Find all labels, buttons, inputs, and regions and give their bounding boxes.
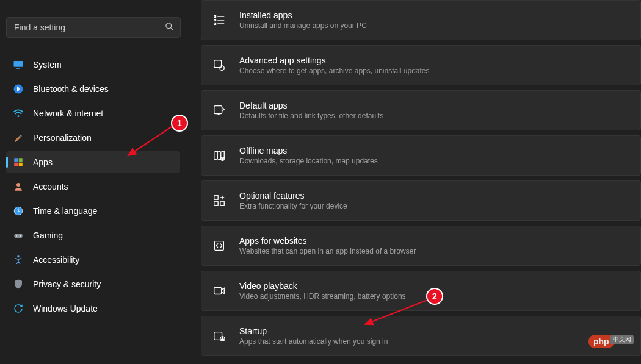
- annotation-badge-2: 2: [426, 288, 443, 305]
- gamepad-icon: [12, 229, 24, 241]
- card-title: Offline maps: [239, 146, 378, 155]
- card-subtitle: Downloads, storage location, map updates: [239, 157, 378, 165]
- svg-rect-19: [214, 20, 216, 21]
- sidebar-item-label: Time & language: [33, 206, 97, 216]
- sidebar-item-accounts[interactable]: Accounts: [6, 176, 180, 198]
- sidebar-item-label: Bluetooth & devices: [33, 84, 109, 94]
- svg-point-24: [220, 66, 224, 70]
- sidebar-item-bluetooth[interactable]: Bluetooth & devices: [6, 78, 180, 100]
- card-apps-for-websites[interactable]: Apps for websites Websites that can open…: [201, 226, 641, 266]
- svg-rect-13: [14, 234, 23, 238]
- sidebar-item-time[interactable]: Time & language: [6, 200, 180, 222]
- svg-point-5: [18, 115, 20, 117]
- svg-rect-21: [214, 23, 216, 25]
- search-input[interactable]: [14, 23, 165, 32]
- card-offline-maps[interactable]: Offline maps Downloads, storage location…: [201, 135, 641, 176]
- svg-point-4: [14, 85, 23, 94]
- sidebar: System Bluetooth & devices Network & int…: [0, 0, 186, 364]
- search-container: [6, 0, 180, 49]
- svg-rect-9: [19, 163, 23, 166]
- card-startup[interactable]: Startup Apps that start automatically wh…: [201, 316, 641, 356]
- map-icon: [211, 148, 227, 163]
- wifi-icon: [12, 107, 24, 120]
- sidebar-item-update[interactable]: Windows Update: [6, 298, 180, 319]
- search-input-wrap[interactable]: [6, 17, 181, 38]
- sidebar-item-apps[interactable]: Apps: [6, 151, 180, 173]
- sidebar-item-label: Personalization: [33, 133, 92, 143]
- sidebar-item-personalization[interactable]: Personalization: [6, 127, 180, 149]
- app-link-icon: [211, 238, 227, 254]
- watermark-suffix: 中文网: [610, 335, 634, 344]
- shield-icon: [12, 278, 24, 290]
- card-optional-features[interactable]: Optional features Extra functionality fo…: [201, 180, 641, 221]
- svg-rect-29: [214, 202, 218, 205]
- card-subtitle: Extra functionality for your device: [239, 202, 347, 210]
- startup-icon: [211, 328, 227, 344]
- svg-line-1: [170, 27, 173, 30]
- sidebar-item-label: Gaming: [33, 230, 63, 240]
- brush-icon: [12, 132, 24, 144]
- card-subtitle: Websites that can open in an app instead…: [239, 247, 416, 255]
- sidebar-item-label: Accessibility: [33, 255, 79, 265]
- svg-rect-27: [214, 196, 218, 199]
- video-icon: [211, 283, 227, 299]
- clock-globe-icon: [12, 205, 24, 217]
- nav-list: System Bluetooth & devices Network & int…: [6, 49, 180, 319]
- sidebar-item-gaming[interactable]: Gaming: [6, 224, 180, 246]
- update-icon: [12, 302, 24, 315]
- apps-icon: [12, 156, 24, 168]
- card-title: Startup: [239, 326, 388, 336]
- grid-plus-icon: [211, 193, 227, 209]
- svg-point-16: [17, 255, 19, 257]
- person-icon: [12, 180, 24, 193]
- main-content: Installed apps Uninstall and manage apps…: [186, 0, 641, 364]
- watermark: php中文网: [588, 335, 634, 353]
- svg-point-10: [16, 183, 20, 187]
- default-apps-icon: [211, 102, 227, 118]
- svg-point-0: [166, 23, 172, 29]
- card-advanced-settings[interactable]: Advanced app settings Choose where to ge…: [201, 45, 641, 85]
- card-title: Default apps: [239, 101, 383, 110]
- svg-rect-3: [16, 68, 20, 69]
- card-title: Video playback: [239, 281, 406, 291]
- card-default-apps[interactable]: Default apps Defaults for file and link …: [201, 90, 641, 130]
- sidebar-item-label: Network & internet: [33, 109, 103, 118]
- svg-rect-17: [214, 16, 216, 18]
- bluetooth-icon: [12, 83, 24, 95]
- sidebar-item-privacy[interactable]: Privacy & security: [6, 273, 180, 295]
- list-icon: [211, 12, 227, 28]
- sidebar-item-label: Accounts: [33, 182, 68, 191]
- app-gear-icon: [211, 57, 227, 73]
- card-subtitle: Choose where to get apps, archive apps, …: [239, 66, 430, 75]
- svg-rect-28: [220, 202, 224, 205]
- card-subtitle: Defaults for file and link types, other …: [239, 112, 383, 120]
- accessibility-icon: [12, 254, 24, 266]
- svg-rect-2: [14, 61, 23, 67]
- sidebar-item-label: Windows Update: [33, 304, 98, 313]
- display-icon: [12, 59, 24, 71]
- sidebar-item-label: Privacy & security: [33, 279, 101, 289]
- card-title: Apps for websites: [239, 236, 416, 246]
- svg-rect-31: [214, 288, 222, 294]
- card-subtitle: Video adjustments, HDR streaming, batter…: [239, 292, 406, 301]
- sidebar-item-accessibility[interactable]: Accessibility: [6, 249, 180, 271]
- svg-rect-25: [214, 106, 222, 114]
- card-title: Optional features: [239, 191, 347, 201]
- svg-rect-8: [14, 163, 18, 166]
- card-video-playback[interactable]: Video playback Video adjustments, HDR st…: [201, 271, 641, 311]
- card-title: Installed apps: [239, 10, 367, 20]
- sidebar-item-label: Apps: [33, 157, 53, 167]
- sidebar-item-label: System: [33, 60, 62, 70]
- sidebar-item-network[interactable]: Network & internet: [6, 102, 180, 124]
- card-subtitle: Apps that start automatically when you s…: [239, 337, 388, 346]
- svg-rect-7: [19, 158, 23, 162]
- svg-point-14: [16, 235, 17, 237]
- svg-rect-6: [14, 158, 18, 162]
- card-installed-apps[interactable]: Installed apps Uninstall and manage apps…: [201, 0, 641, 40]
- annotation-badge-1: 1: [171, 115, 188, 132]
- svg-point-15: [20, 235, 21, 237]
- search-icon: [165, 22, 174, 33]
- card-subtitle: Uninstall and manage apps on your PC: [239, 21, 367, 30]
- sidebar-item-system[interactable]: System: [6, 54, 180, 76]
- card-title: Advanced app settings: [239, 55, 430, 65]
